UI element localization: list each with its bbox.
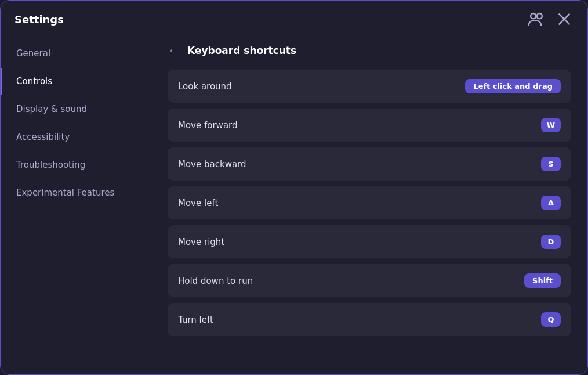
sidebar-item-display-sound[interactable]: Display & sound: [1, 96, 151, 122]
settings-window: Settings General Controls Display: [0, 0, 588, 375]
back-arrow-icon: ←: [168, 44, 179, 57]
shortcut-label-move-backward: Move backward: [178, 159, 246, 170]
sidebar-item-controls[interactable]: Controls: [1, 68, 151, 95]
shortcuts-list: Look around Left click and drag Move for…: [151, 65, 587, 374]
shortcut-row-hold-run: Hold down to run Shift: [168, 264, 571, 297]
profile-button[interactable]: [527, 10, 546, 28]
shortcut-key-turn-left[interactable]: Q: [541, 312, 561, 327]
shortcut-key-hold-run[interactable]: Shift: [524, 273, 561, 288]
shortcut-label-look-around: Look around: [178, 81, 232, 92]
shortcut-label-move-left: Move left: [178, 198, 218, 208]
shortcut-label-move-right: Move right: [178, 237, 224, 247]
shortcut-label-hold-run: Hold down to run: [178, 276, 253, 286]
shortcut-row-move-forward: Move forward W: [168, 109, 571, 142]
svg-point-1: [537, 13, 542, 19]
sidebar-item-experimental[interactable]: Experimental Features: [1, 179, 151, 206]
shortcut-key-move-right[interactable]: D: [541, 235, 561, 249]
panel-title: Keyboard shortcuts: [187, 45, 296, 56]
shortcut-label-turn-left: Turn left: [178, 315, 213, 325]
titlebar: Settings: [1, 1, 587, 35]
panel-header: ← Keyboard shortcuts: [151, 35, 587, 65]
window-title: Settings: [14, 13, 64, 26]
sidebar-item-troubleshooting[interactable]: Troubleshooting: [1, 152, 151, 178]
content-area: General Controls Display & sound Accessi…: [1, 35, 587, 374]
close-button[interactable]: [555, 10, 574, 28]
back-button[interactable]: ←: [168, 44, 179, 57]
titlebar-icons: [527, 10, 574, 28]
profile-icon: [527, 10, 546, 28]
shortcut-label-move-forward: Move forward: [178, 120, 238, 131]
svg-point-0: [531, 13, 536, 19]
shortcut-row-move-right: Move right D: [168, 225, 571, 258]
sidebar: General Controls Display & sound Accessi…: [1, 35, 151, 374]
shortcut-key-move-forward[interactable]: W: [541, 118, 561, 132]
shortcut-row-look-around: Look around Left click and drag: [168, 70, 571, 103]
sidebar-item-general[interactable]: General: [1, 40, 151, 67]
shortcut-key-look-around[interactable]: Left click and drag: [465, 79, 561, 93]
main-panel: ← Keyboard shortcuts Look around Left cl…: [151, 35, 587, 374]
shortcut-row-move-left: Move left A: [168, 186, 571, 219]
shortcut-row-turn-left: Turn left Q: [168, 303, 571, 336]
shortcut-key-move-backward[interactable]: S: [541, 157, 561, 171]
shortcut-row-move-backward: Move backward S: [168, 147, 571, 181]
shortcut-key-move-left[interactable]: A: [541, 196, 561, 210]
close-icon: [555, 10, 574, 28]
sidebar-item-accessibility[interactable]: Accessibility: [1, 124, 151, 150]
